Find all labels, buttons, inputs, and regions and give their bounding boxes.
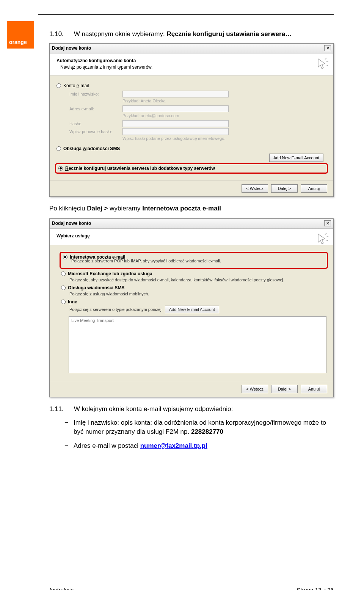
- dialog1-header-title: Automatyczne konfigurowanie konta: [56, 58, 312, 63]
- radio-manual-label: Ręcznie konfiguruj ustawienia serwera lu…: [65, 166, 215, 171]
- radio-email-account[interactable]: [56, 83, 61, 88]
- close-icon[interactable]: ✕: [324, 45, 331, 51]
- dialog2-header: Wybierz usługę: [50, 229, 333, 245]
- radio-sms-label: Obsługa wiadomości SMS: [63, 146, 120, 151]
- dialog2-title: Dodaj nowe konto: [52, 221, 324, 226]
- cancel-button-2[interactable]: Anuluj: [301, 385, 327, 393]
- radio-other[interactable]: [61, 300, 66, 304]
- email-field[interactable]: [122, 105, 229, 112]
- name-field[interactable]: [122, 91, 229, 97]
- dialog2-titlebar: Dodaj nowe konto ✕: [50, 219, 333, 229]
- dialog1-footer: < Wstecz Dalej > Anuluj: [50, 180, 333, 196]
- pw2-field[interactable]: [122, 128, 229, 135]
- list-item: Live Meeting Transport: [71, 318, 114, 323]
- radio-sms[interactable]: [56, 146, 61, 151]
- next-button-2[interactable]: Dalej >: [271, 385, 298, 393]
- radio-exchange-label: Microsoft Exchange lub zgodna usługa: [68, 271, 152, 276]
- dialog2-footer: < Wstecz Dalej > Anuluj: [50, 381, 333, 397]
- pw-hint: Wpisz hasło podane przez usługodawcę int…: [69, 136, 326, 141]
- footer-right: Strona 13 z 26: [297, 587, 334, 590]
- back-button-2[interactable]: < Wstecz: [242, 385, 268, 393]
- svg-line-3: [325, 233, 326, 235]
- radio-manual-config[interactable]: [58, 166, 63, 171]
- back-button[interactable]: < Wstecz: [242, 184, 268, 193]
- svg-line-0: [325, 58, 326, 60]
- highlight-manual-config: Ręcznie konfiguruj ustawienia serwera lu…: [55, 163, 328, 174]
- email-hint: Przykład: aneta@contoso.com: [69, 113, 326, 118]
- radio-other-desc: Połącz się z serwerem o typie pokazanym …: [61, 306, 326, 313]
- pw-field-label: Hasło:: [69, 121, 122, 126]
- footer-left: Instrukcja: [49, 587, 74, 590]
- dialog-add-account-1: Dodaj nowe konto ✕ Automatyczne konfigur…: [49, 43, 334, 197]
- name-hint: Przykład: Aneta Olecka: [69, 99, 326, 103]
- section-1-11-bullets: Imię i nazwisko: opis konta; dla odróżni…: [49, 418, 334, 451]
- radio-exchange-desc: Połącz się, aby uzyskać dostęp do wiadom…: [61, 278, 326, 282]
- section-1-11-title: 1.11. W kolejnym oknie konta e-mail wpis…: [49, 405, 334, 414]
- next-button[interactable]: Dalej >: [271, 184, 298, 193]
- svg-line-4: [326, 236, 328, 237]
- radio-internet-desc: Połącz się z serwerem POP lub IMAP, aby …: [63, 259, 325, 263]
- cursor-icon: [316, 57, 329, 72]
- list-item: Imię i nazwisko: opis konta; dla odróżni…: [64, 418, 334, 437]
- brand-logo-text: orange: [9, 39, 27, 46]
- radio-sms-2-desc: Połącz się z usługą wiadomości mobilnych…: [61, 292, 326, 296]
- dialog2-header-title: Wybierz usługę: [56, 233, 312, 239]
- svg-line-5: [326, 240, 328, 241]
- list-item: Adres e-mail w postaci numer@fax2mail.tp…: [64, 441, 334, 451]
- radio-sms-2-label: Obsługa wiadomości SMS: [68, 285, 124, 290]
- cancel-button[interactable]: Anuluj: [301, 184, 327, 193]
- page-footer: Instrukcja Strona 13 z 26: [49, 584, 334, 590]
- svg-line-2: [326, 65, 328, 66]
- cursor-icon: [316, 232, 329, 247]
- between-text: Po kliknięciu Dalej > wybieramy Internet…: [49, 204, 334, 213]
- footer-rule: [49, 586, 334, 586]
- highlight-internet-email: Internetowa poczta e-mail Połącz się z s…: [60, 252, 328, 269]
- brand-logo: orange: [7, 21, 34, 49]
- section-1-10-title: 1.10. W następnym oknie wybieramy: Ręczn…: [49, 30, 334, 39]
- radio-other-label: Inne: [68, 299, 77, 304]
- radio-internet-email[interactable]: [63, 255, 67, 259]
- name-field-label: Imię i nazwisko:: [69, 92, 122, 96]
- dialog1-titlebar: Dodaj nowe konto ✕: [50, 44, 333, 53]
- pw-field[interactable]: [122, 120, 229, 127]
- dialog-add-account-2: Dodaj nowe konto ✕ Wybierz usługę Intern…: [49, 218, 334, 397]
- dialog1-header-sub: Nawiąż połączenia z innymi typami serwer…: [56, 64, 312, 70]
- add-new-email-button-2[interactable]: Add New E-mail Account: [165, 306, 219, 313]
- email-field-label: Adres e-mail:: [69, 107, 122, 111]
- dialog1-title: Dodaj nowe konto: [52, 46, 324, 51]
- server-type-listbox[interactable]: Live Meeting Transport: [69, 316, 326, 373]
- svg-line-1: [326, 61, 328, 62]
- header-rule: [38, 14, 334, 15]
- radio-email-label: Konto e-mail: [63, 83, 89, 88]
- radio-exchange[interactable]: [61, 271, 66, 276]
- pw2-field-label: Wpisz ponownie hasło:: [69, 129, 122, 134]
- dialog1-header: Automatyczne konfigurowanie konta Nawiąż…: [50, 53, 333, 75]
- radio-sms-2[interactable]: [61, 286, 66, 290]
- fax2mail-link[interactable]: numer@fax2mail.tp.pl: [140, 442, 207, 449]
- close-icon[interactable]: ✕: [324, 220, 331, 226]
- add-new-email-button[interactable]: Add New E-mail Account: [269, 154, 323, 162]
